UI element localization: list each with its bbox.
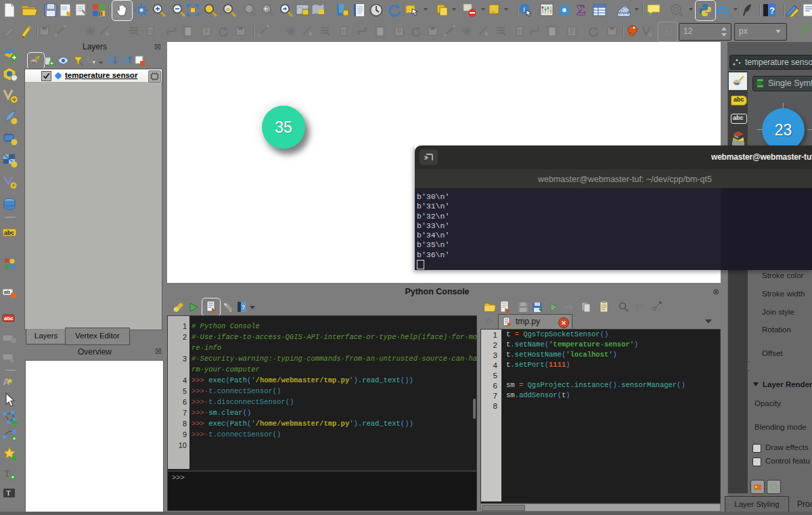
svg-text:abc: abc xyxy=(4,315,14,321)
svg-text:T: T xyxy=(6,489,11,497)
svg-text:a: a xyxy=(99,9,103,17)
svg-text:ab: ab xyxy=(4,289,10,295)
svg-text:T: T xyxy=(4,468,10,479)
svg-text:i: i xyxy=(523,5,525,13)
svg-text:abc: abc xyxy=(4,229,14,236)
svg-text:Σ: Σ xyxy=(577,3,585,18)
svg-text:?: ? xyxy=(242,304,245,311)
svg-text:$: $ xyxy=(572,305,576,311)
svg-text:?: ? xyxy=(769,5,775,16)
svg-text:S: S xyxy=(87,56,91,64)
